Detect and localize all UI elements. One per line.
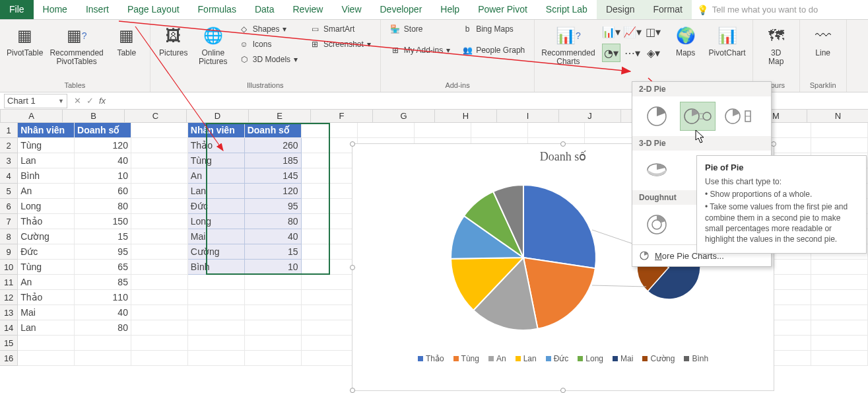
cell[interactable] [302, 275, 358, 290]
cell[interactable] [131, 351, 188, 366]
cell[interactable]: 40 [245, 229, 302, 244]
pivotchart-button[interactable]: 📊 PivotChart [709, 22, 746, 57]
cell[interactable]: Doanh số [75, 123, 131, 138]
cell[interactable] [471, 123, 528, 138]
tab-format[interactable]: Format [644, 0, 691, 19]
cell[interactable]: 60 [75, 184, 131, 199]
row-header[interactable]: 3 [0, 153, 18, 168]
cell[interactable] [18, 336, 75, 351]
my-addins-button[interactable]: ⊞My Add-ins ▾ [387, 44, 453, 57]
screenshot-button[interactable]: ⊞Screenshot ▾ [307, 38, 374, 51]
cell[interactable]: Thảo [188, 138, 245, 153]
cell[interactable] [302, 229, 358, 244]
cell[interactable] [811, 351, 868, 366]
treemap-button[interactable]: ◫▾ [644, 22, 663, 41]
cell[interactable]: 95 [75, 244, 131, 260]
cell[interactable]: Lan [18, 320, 75, 336]
cell[interactable] [245, 305, 302, 320]
cell[interactable] [302, 336, 358, 351]
cell[interactable] [131, 336, 188, 351]
cell[interactable]: Mai [188, 229, 245, 244]
cell[interactable]: 120 [245, 184, 302, 199]
cell[interactable] [302, 138, 358, 153]
cell[interactable] [302, 153, 358, 168]
cell[interactable]: 85 [75, 275, 131, 290]
cell[interactable] [811, 336, 868, 351]
cell[interactable] [18, 351, 75, 366]
cell[interactable] [131, 184, 188, 199]
tell-me[interactable]: 💡 Tell me what you want to do [697, 0, 818, 19]
cell[interactable] [131, 214, 188, 229]
row-header[interactable]: 12 [0, 290, 18, 305]
col-header[interactable]: I [497, 110, 559, 123]
cell[interactable]: Tùng [18, 138, 75, 153]
tab-formulas[interactable]: Formulas [189, 0, 246, 19]
col-header[interactable]: D [187, 110, 249, 123]
cell[interactable]: 80 [245, 214, 302, 229]
cell[interactable]: Tùng [18, 260, 75, 275]
cell[interactable]: Long [188, 214, 245, 229]
cell[interactable]: An [18, 184, 75, 199]
cell[interactable] [811, 275, 868, 290]
cell[interactable] [245, 320, 302, 336]
cell[interactable]: 120 [75, 138, 131, 153]
cell[interactable] [302, 214, 358, 229]
cell[interactable] [188, 336, 245, 351]
recommended-charts-button[interactable]: 📊? Recommended Charts [541, 22, 595, 66]
cell[interactable] [811, 123, 868, 138]
cell[interactable]: Bình [18, 168, 75, 184]
cell[interactable]: 65 [75, 260, 131, 275]
tab-design[interactable]: Design [597, 0, 644, 19]
col-header[interactable]: E [249, 110, 311, 123]
cell[interactable] [131, 275, 188, 290]
cell[interactable]: 15 [75, 229, 131, 244]
tab-developer[interactable]: Developer [371, 0, 432, 19]
cell[interactable]: An [188, 168, 245, 184]
col-header[interactable]: A [1, 110, 63, 123]
tab-help[interactable]: Help [431, 0, 469, 19]
cell[interactable]: 10 [75, 168, 131, 184]
cell[interactable] [131, 244, 188, 260]
maps-button[interactable]: 🌍 Maps [669, 22, 702, 57]
col-header[interactable]: G [373, 110, 435, 123]
cell[interactable] [302, 168, 358, 184]
cell[interactable] [131, 260, 188, 275]
icons-button[interactable]: ☺Icons [236, 38, 300, 51]
cell[interactable] [528, 123, 585, 138]
pie-chart-button[interactable]: ◔▾ [602, 44, 620, 62]
doughnut-option[interactable] [639, 210, 675, 239]
cell[interactable]: Doanh số [245, 123, 302, 138]
cell[interactable] [188, 320, 245, 336]
tab-page-layout[interactable]: Page Layout [118, 0, 189, 19]
cancel-button[interactable]: ✕ [74, 96, 81, 106]
row-header[interactable]: 14 [0, 320, 18, 336]
cell[interactable]: 80 [75, 199, 131, 214]
row-header[interactable]: 13 [0, 305, 18, 320]
cell[interactable] [302, 305, 358, 320]
bing-maps-button[interactable]: bBing Maps [459, 22, 527, 36]
tab-home[interactable]: Home [34, 0, 77, 19]
cell[interactable]: Bình [188, 260, 245, 275]
row-header[interactable]: 2 [0, 138, 18, 153]
col-header[interactable]: B [63, 110, 125, 123]
scatter-chart-button[interactable]: ⋯▾ [623, 44, 642, 62]
cell[interactable] [188, 351, 245, 366]
cell[interactable] [302, 320, 358, 336]
sparkline-line-button[interactable]: 〰 Line [807, 22, 840, 57]
cell[interactable]: 185 [245, 153, 302, 168]
cell[interactable]: Đức [188, 199, 245, 214]
cell[interactable] [811, 260, 868, 275]
cell[interactable]: Cường [188, 244, 245, 260]
cell[interactable]: 95 [245, 199, 302, 214]
tab-review[interactable]: Review [284, 0, 333, 19]
row-header[interactable]: 11 [0, 275, 18, 290]
3d-map-button[interactable]: 🗺 3D Map [760, 22, 793, 66]
cell[interactable]: Mai [18, 305, 75, 320]
tab-file[interactable]: File [0, 0, 34, 19]
cell[interactable] [302, 123, 358, 138]
cell[interactable] [188, 305, 245, 320]
cell[interactable]: Nhân viên [18, 123, 75, 138]
recommended-pivot-button[interactable]: ▦? Recommended PivotTables [50, 22, 103, 66]
tab-insert[interactable]: Insert [77, 0, 118, 19]
cell[interactable]: Lan [18, 153, 75, 168]
